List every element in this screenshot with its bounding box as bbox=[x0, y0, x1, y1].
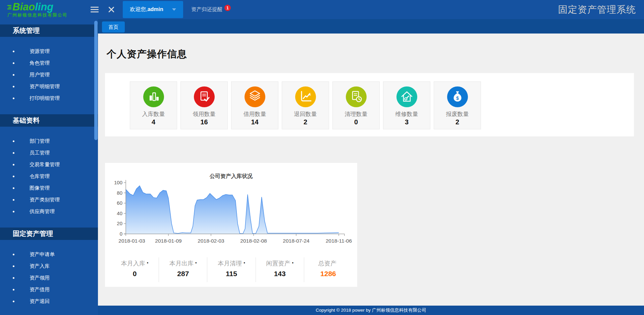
document-clock-icon bbox=[346, 86, 367, 107]
sidebar-item-asset-return[interactable]: 资产退回 bbox=[0, 296, 98, 307]
stat-value: 287 bbox=[159, 270, 207, 278]
money-bag-icon: $ bbox=[447, 86, 468, 107]
sidebar-item-role-mgmt[interactable]: 角色管理 bbox=[0, 57, 98, 69]
stat-month-cleanup: 本月清理• 115 bbox=[207, 257, 256, 282]
svg-text:20: 20 bbox=[117, 220, 122, 226]
tile-borrow-count: 借用数量 14 bbox=[231, 81, 278, 129]
bullet-icon bbox=[13, 140, 14, 142]
stat-tiles-row: 入库数量 4 领用数量 16 bbox=[105, 73, 634, 129]
sidebar-item-asset-category-mgmt[interactable]: 资产类别管理 bbox=[0, 194, 98, 206]
tile-label: 领用数量 bbox=[181, 110, 227, 118]
sidebar-item-asset-inbound[interactable]: 资产入库 bbox=[0, 260, 98, 272]
tile-value: 3 bbox=[383, 118, 430, 126]
stat-dot-icon: • bbox=[147, 260, 149, 265]
stat-dot-icon: • bbox=[195, 260, 197, 265]
tile-icon-circle bbox=[245, 86, 265, 107]
bullet-icon bbox=[13, 62, 14, 64]
stat-value: 1286 bbox=[304, 270, 352, 278]
svg-text:40: 40 bbox=[117, 210, 122, 216]
tile-repair-count: 维修数量 3 bbox=[383, 81, 430, 129]
sidebar-item-image-mgmt[interactable]: 图像管理 bbox=[0, 182, 98, 194]
sidebar-item-transaction-constant-mgmt[interactable]: 交易常量管理 bbox=[0, 159, 98, 171]
svg-text:60: 60 bbox=[117, 200, 122, 206]
sidebar-scrollbar-thumb[interactable] bbox=[94, 21, 98, 140]
menu-toggle-icon[interactable] bbox=[91, 5, 99, 14]
sidebar-item-employee-mgmt[interactable]: 员工管理 bbox=[0, 147, 98, 159]
logo-wordmark: Biaoling bbox=[12, 2, 53, 12]
tile-value: 2 bbox=[282, 118, 329, 126]
sidebar-item-print-detail-mgmt[interactable]: 打印明细管理 bbox=[0, 92, 98, 104]
tile-label: 入库数量 bbox=[130, 110, 177, 118]
svg-text:0: 0 bbox=[120, 231, 122, 237]
tab-home[interactable]: 首页 bbox=[102, 21, 125, 33]
svg-text:2018-02-03: 2018-02-03 bbox=[198, 238, 224, 244]
bullet-icon bbox=[13, 187, 14, 189]
tile-label: 借用数量 bbox=[231, 110, 278, 118]
stat-dot-icon: • bbox=[292, 260, 293, 265]
tile-scrap-count: $ 报废数量 2 bbox=[434, 81, 481, 129]
close-icon[interactable] bbox=[107, 6, 115, 14]
bullet-icon bbox=[13, 74, 14, 76]
svg-text:2018-01-03: 2018-01-03 bbox=[118, 238, 145, 244]
tile-label: 报废数量 bbox=[434, 110, 481, 118]
svg-text:2018-01-09: 2018-01-09 bbox=[155, 238, 181, 244]
tile-label: 清理数量 bbox=[333, 110, 379, 118]
sidebar-section-basic-data[interactable]: 基础资料 bbox=[0, 114, 98, 127]
bullet-icon bbox=[13, 277, 14, 279]
sidebar-item-asset-requisition[interactable]: 资产领用 bbox=[0, 272, 98, 284]
tile-icon-circle bbox=[194, 86, 215, 107]
sidebar: 系统管理 资源管理 角色管理 用户管理 资产明细管理 打印明细管理 基础资料 部… bbox=[0, 19, 98, 315]
tile-requisition-count: 领用数量 16 bbox=[180, 81, 228, 129]
sidebar-item-user-mgmt[interactable]: 用户管理 bbox=[0, 69, 98, 81]
bullet-icon bbox=[13, 301, 14, 302]
asset-operation-card: 入库数量 4 领用数量 16 bbox=[105, 73, 634, 136]
sidebar-section-fixed-asset-items: 资产申请单 资产入库 资产领用 资产借用 资产退回 bbox=[0, 240, 98, 307]
sidebar-item-supplier-mgmt[interactable]: 供应商管理 bbox=[0, 206, 98, 217]
stat-month-outbound: 本月出库• 287 bbox=[159, 257, 207, 282]
svg-text:80: 80 bbox=[117, 190, 122, 196]
sidebar-section-system-items: 资源管理 角色管理 用户管理 资产明细管理 打印明细管理 bbox=[0, 37, 98, 104]
bullet-icon bbox=[13, 289, 14, 291]
welcome-text: 欢迎您,admin bbox=[130, 6, 163, 13]
notification-badge: 1 bbox=[224, 5, 231, 11]
bullet-icon bbox=[13, 211, 14, 212]
bullet-icon bbox=[13, 199, 14, 201]
sidebar-item-asset-borrow[interactable]: 资产借用 bbox=[0, 284, 98, 296]
sidebar-item-warehouse-mgmt[interactable]: 仓库管理 bbox=[0, 171, 98, 182]
sidebar-item-asset-request[interactable]: 资产申请单 bbox=[0, 249, 98, 260]
bar-chart-icon bbox=[143, 86, 164, 107]
sidebar-item-resource-mgmt[interactable]: 资源管理 bbox=[0, 46, 98, 57]
tile-inbound-count: 入库数量 4 bbox=[130, 81, 177, 129]
stat-value: 143 bbox=[256, 270, 304, 278]
tab-bar: 首页 bbox=[98, 19, 644, 34]
chevron-down-icon bbox=[172, 8, 176, 11]
asset-inbound-chart-card: 公司资产入库状况 0204060801002018-01-032018-01-0… bbox=[105, 163, 357, 287]
sidebar-item-asset-detail-mgmt[interactable]: 资产明细管理 bbox=[0, 81, 98, 92]
footer: Copyright © 2018 power by 广州标领信息科技有限公司 bbox=[98, 306, 644, 315]
tile-icon-circle bbox=[143, 86, 164, 107]
tile-value: 16 bbox=[181, 118, 227, 126]
topbar: Biaoling 广州标领信息科技有限公司 欢迎您,admin 资产归还提醒 1… bbox=[0, 0, 644, 19]
page-title: 个人资产操作信息 bbox=[107, 48, 187, 61]
tile-icon-circle bbox=[295, 86, 316, 107]
stat-dot-icon: • bbox=[244, 260, 245, 265]
sidebar-section-system[interactable]: 系统管理 bbox=[0, 24, 98, 37]
sidebar-item-department-mgmt[interactable]: 部门管理 bbox=[0, 135, 98, 147]
tile-value: 2 bbox=[434, 118, 481, 126]
house-repair-icon bbox=[396, 86, 417, 107]
bullet-icon bbox=[13, 51, 14, 52]
system-title: 固定资产管理系统 bbox=[558, 3, 636, 16]
tile-icon-circle: $ bbox=[447, 86, 468, 107]
logo-company-name: 广州标领信息科技有限公司 bbox=[7, 13, 87, 17]
main-content: 个人资产操作信息 入库数量 4 bbox=[98, 34, 644, 306]
svg-text:100: 100 bbox=[114, 180, 122, 185]
tile-label: 退回数量 bbox=[282, 110, 329, 118]
asset-return-reminder-link[interactable]: 资产归还提醒 1 bbox=[191, 6, 231, 13]
tile-value: 0 bbox=[333, 118, 379, 126]
svg-text:2018-07-24: 2018-07-24 bbox=[283, 238, 310, 244]
bullet-icon bbox=[13, 152, 14, 154]
user-menu-button[interactable]: 欢迎您,admin bbox=[123, 1, 183, 18]
sidebar-section-fixed-asset[interactable]: 固定资产管理 bbox=[0, 228, 98, 240]
tile-cleanup-count: 清理数量 0 bbox=[332, 81, 380, 129]
tile-return-count: 退回数量 2 bbox=[282, 81, 329, 129]
